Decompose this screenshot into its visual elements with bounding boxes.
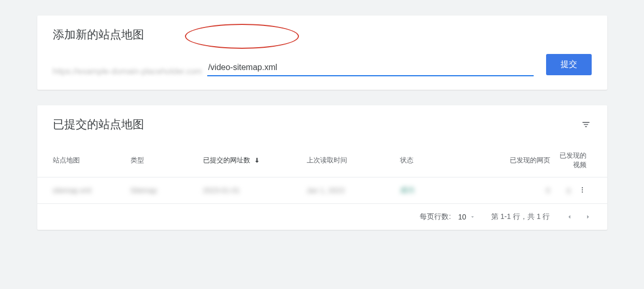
- row-last-read-value: Jan 1, 2023: [307, 186, 400, 195]
- svg-point-0: [581, 187, 582, 188]
- col-header-urls-submitted-label: 已提交的网址数: [203, 156, 250, 165]
- col-header-pages-discovered[interactable]: 已发现的网页: [467, 156, 555, 165]
- chevron-down-icon: [469, 214, 476, 220]
- row-sitemap-value: sitemap.xml: [53, 186, 131, 195]
- sitemap-url-input[interactable]: [207, 61, 534, 76]
- row-menu-icon[interactable]: [578, 186, 586, 194]
- pager-next-button[interactable]: [584, 213, 592, 221]
- sort-arrow-down-icon: [253, 157, 261, 164]
- rows-per-page-label: 每页行数:: [420, 212, 451, 222]
- add-sitemap-card: 添加新的站点地图 https://example-domain-placehol…: [37, 16, 607, 90]
- chevron-left-icon: [566, 213, 573, 221]
- col-header-last-read[interactable]: 上次读取时间: [307, 156, 400, 165]
- sitemap-input-wrapper: [207, 61, 534, 76]
- row-videos-discovered-value: 0: [567, 187, 571, 195]
- pager-prev-button[interactable]: [566, 213, 573, 221]
- col-header-status[interactable]: 状态: [400, 156, 467, 165]
- svg-point-2: [581, 191, 582, 192]
- rows-per-page-select[interactable]: 10: [458, 213, 476, 221]
- svg-point-1: [581, 189, 582, 190]
- row-status-value: 成功: [400, 186, 467, 195]
- col-header-videos-discovered[interactable]: 已发现的视频: [555, 151, 592, 170]
- row-type-value: Sitemap: [131, 186, 203, 195]
- col-header-sitemap[interactable]: 站点地图: [53, 156, 131, 165]
- url-prefix-text: https://example-domain-placeholder.com: [53, 67, 207, 76]
- filter-icon[interactable]: [580, 119, 592, 130]
- row-urls-submitted-value: 2023-01-01: [203, 186, 307, 195]
- table-row[interactable]: sitemap.xml Sitemap 2023-01-01 Jan 1, 20…: [37, 177, 607, 204]
- pagination-range-info: 第 1-1 行，共 1 行: [491, 212, 550, 222]
- rows-per-page: 每页行数: 10: [420, 212, 475, 222]
- pager: [566, 213, 592, 221]
- table-column-headers: 站点地图 类型 已提交的网址数 上次读取时间 状态 已发现的网页 已发现的视频: [37, 142, 607, 177]
- submitted-sitemaps-title: 已提交的站点地图: [53, 117, 144, 132]
- chevron-right-icon: [584, 213, 592, 221]
- submit-button[interactable]: 提交: [546, 54, 592, 75]
- add-sitemap-input-row: https://example-domain-placeholder.com 提…: [53, 55, 592, 76]
- add-sitemap-title: 添加新的站点地图: [53, 27, 592, 43]
- submitted-sitemaps-card: 已提交的站点地图 站点地图 类型 已提交的网址数 上次读取时间 状态 已发现的网…: [37, 105, 607, 230]
- table-header: 已提交的站点地图: [37, 105, 607, 142]
- row-videos-cell: 0: [555, 186, 592, 195]
- col-header-urls-submitted[interactable]: 已提交的网址数: [203, 156, 307, 165]
- col-header-type[interactable]: 类型: [131, 156, 203, 165]
- row-pages-discovered-value: 0: [467, 186, 555, 195]
- table-footer: 每页行数: 10 第 1-1 行，共 1 行: [37, 204, 607, 230]
- rows-per-page-value: 10: [458, 213, 466, 221]
